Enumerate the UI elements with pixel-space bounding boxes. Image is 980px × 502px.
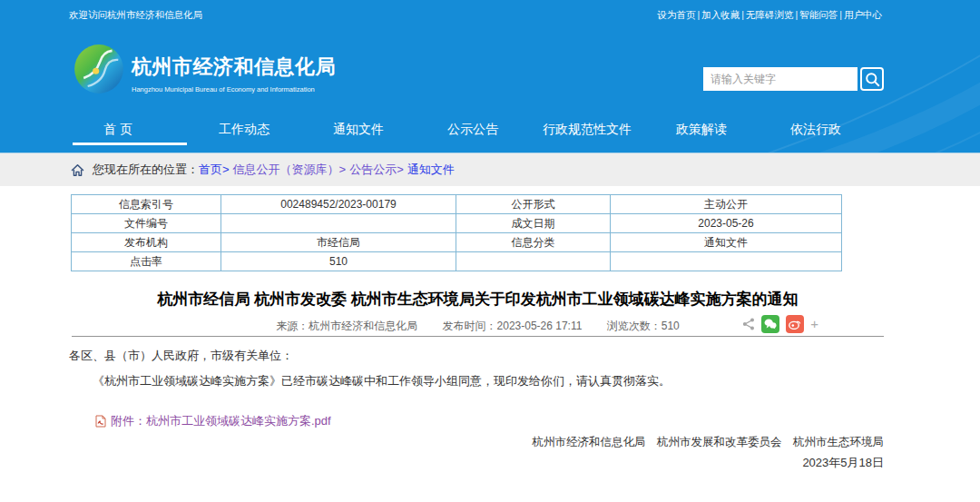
info-label-issue-date: 成文日期 [456, 214, 611, 233]
info-label-info-category: 信息分类 [456, 233, 611, 252]
search-button[interactable] [860, 67, 884, 91]
article-meta: 来源：杭州市经济和信息化局 发布时间：2023-05-26 17:11 浏览次数… [72, 319, 884, 333]
site-title: 杭州市经济和信息化局 [132, 54, 336, 81]
topbar-separator: | [839, 9, 842, 20]
nav-item-home[interactable]: 首 页 [73, 116, 187, 145]
table-row: 信息索引号 002489452/2023-00179 公开形式 主动公开 [72, 195, 842, 214]
info-value-click-count: 510 [221, 252, 456, 271]
info-value-issue-date: 2023-05-26 [611, 214, 842, 233]
info-value-index-number: 002489452/2023-00179 [221, 195, 456, 214]
nav-item-policy-interpretation[interactable]: 政策解读 [644, 116, 759, 145]
document-info-table: 信息索引号 002489452/2023-00179 公开形式 主动公开 文件编… [71, 194, 842, 271]
topbar-separator: | [796, 9, 799, 20]
nav-item-notice-files[interactable]: 通知文件 [301, 116, 416, 145]
signing-agencies: 杭州市经济和信息化局 杭州市发展和改革委员会 杭州市生态环境局 [72, 436, 884, 449]
info-value-empty [611, 252, 842, 271]
breadcrumb-link-announcements[interactable]: 公告公示> [349, 162, 404, 178]
breadcrumb-link-notice-files[interactable]: 通知文件 [407, 162, 455, 178]
article-title: 杭州市经信局 杭州市发改委 杭州市生态环境局关于印发杭州市工业领域碳达峰实施方案… [72, 290, 884, 310]
brand-text: 杭州市经济和信息化局 Hangzhou Municipal Bureau of … [132, 54, 336, 94]
share-weibo-icon[interactable] [786, 315, 804, 333]
info-label-disclosure-form: 公开形式 [456, 195, 611, 214]
article-paragraph-salutation: 各区、县（市）人民政府，市级有关单位： [69, 349, 884, 362]
article-view-count: 浏览次数：510 [607, 320, 680, 332]
main-content: 信息索引号 002489452/2023-00179 公开形式 主动公开 文件编… [0, 194, 980, 469]
search-input[interactable] [703, 67, 858, 91]
info-value-issuing-agency: 市经信局 [221, 233, 456, 252]
topbar-link-accessibility[interactable]: 无障碍浏览 [746, 9, 794, 20]
home-icon[interactable] [71, 163, 84, 177]
topbar-link-set-home[interactable]: 设为首页 [658, 9, 696, 20]
info-value-info-category: 通知文件 [611, 233, 842, 252]
title-divider [72, 336, 884, 337]
share-more-icon[interactable]: + [810, 315, 818, 333]
topbar-links: 设为首页|加入收藏|无障碍浏览|智能问答|用户中心 [658, 9, 882, 22]
table-row: 文件编号 成文日期 2023-05-26 [72, 214, 842, 233]
topbar-link-user-center[interactable]: 用户中心 [844, 9, 882, 20]
table-row: 点击率 510 [72, 252, 842, 271]
document-date: 2023年5月18日 [72, 456, 884, 469]
share-wechat-icon[interactable] [761, 315, 779, 333]
attachment-link-text: 附件：杭州市工业领域碳达峰实施方案.pdf [111, 413, 331, 429]
nav-item-law-administration[interactable]: 依法行政 [759, 116, 873, 145]
topbar-separator: | [741, 9, 744, 20]
table-row: 发布机构 市经信局 信息分类 通知文件 [72, 233, 842, 252]
info-label-click-count: 点击率 [72, 252, 221, 271]
info-label-empty [456, 252, 611, 271]
site-title-english: Hangzhou Municipal Bureau of Economy and… [132, 85, 336, 94]
topbar-link-favorite[interactable]: 加入收藏 [701, 9, 740, 20]
topbar-link-smart-qa[interactable]: 智能问答 [799, 9, 838, 20]
breadcrumb-link-home[interactable]: 首页> [199, 162, 230, 178]
article-source: 来源：杭州市经济和信息化局 [276, 320, 417, 332]
info-value-disclosure-form: 主动公开 [611, 195, 842, 214]
share-icon[interactable] [742, 318, 755, 330]
nav-item-regulatory-files[interactable]: 行政规范性文件 [530, 116, 644, 145]
info-label-index-number: 信息索引号 [72, 195, 221, 214]
bureau-logo [74, 44, 124, 94]
nav-item-announcements[interactable]: 公示公告 [416, 116, 530, 145]
info-label-document-number: 文件编号 [72, 214, 221, 233]
pdf-icon [95, 415, 106, 428]
article: 杭州市经信局 杭州市发改委 杭州市生态环境局关于印发杭州市工业领域碳达峰实施方案… [72, 290, 884, 469]
share-toolbar: + [736, 315, 818, 333]
breadcrumb-label: 您现在所在的位置： [93, 162, 199, 178]
breadcrumb: 您现在所在的位置： 首页> 信息公开（资源库）> 公告公示> 通知文件 [0, 153, 980, 186]
main-nav: 首 页 工作动态 通知文件 公示公告 行政规范性文件 政策解读 依法行政 [73, 116, 873, 145]
article-publish-time: 发布时间：2023-05-26 17:11 [443, 320, 583, 332]
info-value-document-number [221, 214, 456, 233]
nav-item-work-news[interactable]: 工作动态 [187, 116, 301, 145]
search-icon [865, 72, 880, 87]
site-header: 欢迎访问杭州市经济和信息化局 设为首页|加入收藏|无障碍浏览|智能问答|用户中心… [0, 0, 980, 153]
welcome-text: 欢迎访问杭州市经济和信息化局 [69, 9, 202, 22]
info-label-issuing-agency: 发布机构 [72, 233, 221, 252]
breadcrumb-link-info-disclosure[interactable]: 信息公开（资源库）> [233, 162, 347, 178]
topbar-separator: | [698, 9, 701, 20]
article-paragraph-body: 《杭州市工业领域碳达峰实施方案》已经市碳达峰碳中和工作领导小组同意，现印发给你们… [69, 374, 884, 388]
attachment-link[interactable]: 附件：杭州市工业领域碳达峰实施方案.pdf [95, 413, 884, 429]
